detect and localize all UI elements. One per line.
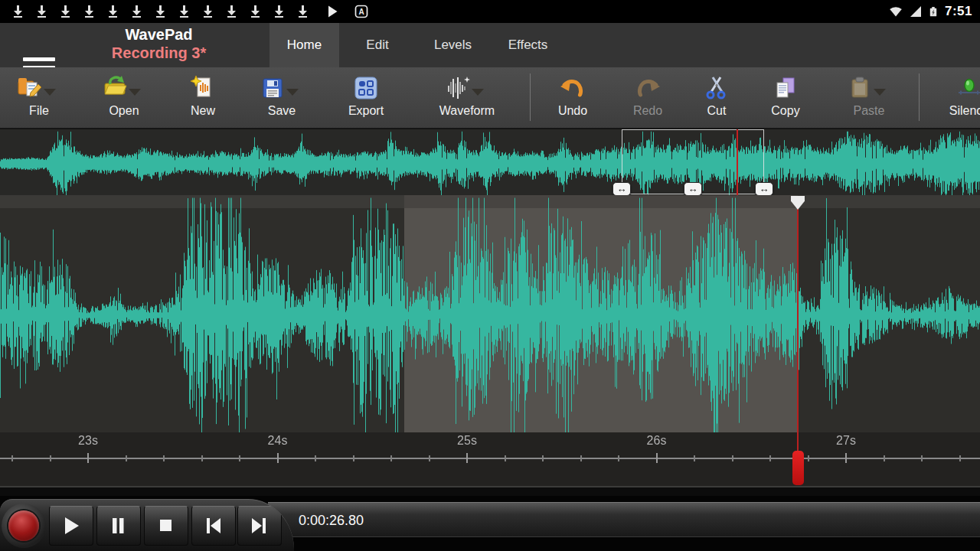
download-icon	[129, 5, 144, 19]
letter-a-icon: A	[354, 5, 368, 18]
copy-button[interactable]: Copy	[749, 67, 822, 129]
document-title: Recording 3*	[69, 44, 249, 62]
window-resize-handle-1[interactable]: ↔	[684, 182, 702, 196]
save-label: Save	[245, 104, 318, 118]
skip-end-button[interactable]	[237, 506, 282, 546]
download-icon	[201, 5, 215, 19]
window-resize-handle-0[interactable]: ↔	[612, 182, 631, 196]
save-icon-svg	[259, 74, 286, 102]
download-icon	[58, 5, 73, 19]
export-icon-svg	[352, 74, 380, 102]
system-status-icons: 7:51	[884, 4, 980, 19]
cut-button[interactable]: Cut	[680, 67, 753, 129]
file-label: File	[2, 104, 76, 118]
file-button[interactable]: File	[2, 67, 76, 129]
skip-back-icon	[201, 514, 227, 537]
redo-icon	[634, 74, 662, 102]
title-block: WavePad Recording 3*	[69, 25, 249, 62]
play-button[interactable]	[49, 506, 93, 546]
record-button[interactable]	[2, 504, 46, 548]
status-bar-clock: 7:51	[945, 4, 972, 19]
main-waveform-canvas[interactable]	[0, 195, 980, 432]
minor-tick	[732, 455, 733, 461]
dropdown-caret-icon[interactable]	[44, 89, 56, 96]
minor-tick	[959, 455, 961, 461]
tab-levels[interactable]: Levels	[416, 23, 490, 67]
minor-tick	[163, 455, 165, 461]
download-icon	[34, 5, 49, 19]
open-icon-svg	[101, 74, 129, 102]
tab-effects[interactable]: Effects	[490, 23, 566, 67]
save-button[interactable]: Save	[245, 67, 318, 129]
paste-label: Paste	[832, 104, 906, 118]
minor-tick	[239, 455, 240, 461]
toolbar-separator	[919, 73, 920, 121]
minor-tick	[390, 455, 392, 461]
overview-playhead	[737, 129, 738, 196]
minor-tick	[50, 455, 51, 461]
silence-icon-svg	[956, 74, 980, 102]
paste-button[interactable]: Paste	[832, 67, 906, 129]
waveform-icon	[444, 74, 472, 102]
minor-tick	[884, 455, 885, 461]
system-icons	[884, 4, 939, 19]
waveform-button[interactable]: Waveform	[430, 67, 504, 129]
minor-tick	[201, 455, 203, 461]
skip-back-button[interactable]	[191, 506, 236, 546]
tab-home[interactable]: Home	[270, 23, 339, 67]
copy-label: Copy	[749, 104, 822, 118]
window-resize-handle-2[interactable]: ↔	[755, 182, 773, 196]
timeline-bottom-gap	[0, 487, 980, 496]
download-icon	[224, 5, 239, 19]
download-icon	[58, 5, 73, 19]
copy-icon-svg	[772, 74, 799, 102]
download-icon	[248, 5, 263, 19]
transport-buttons	[0, 499, 294, 551]
stop-button[interactable]	[144, 506, 188, 546]
undo-button[interactable]: Undo	[536, 67, 609, 129]
major-tick	[656, 453, 658, 463]
dropdown-caret-icon[interactable]	[472, 89, 484, 96]
tab-edit[interactable]: Edit	[339, 23, 416, 67]
letter-a-icon: A	[354, 5, 368, 18]
toolbar-separator	[530, 73, 531, 121]
signal-icon	[908, 5, 923, 18]
download-icon	[177, 5, 191, 19]
notification-icons: A	[0, 5, 377, 19]
new-icon	[189, 74, 217, 102]
new-button[interactable]: New	[166, 67, 240, 129]
silence-button[interactable]: Silence	[933, 67, 980, 129]
dropdown-caret-icon[interactable]	[874, 89, 886, 96]
dropdown-caret-icon[interactable]	[286, 89, 299, 96]
copy-icon	[772, 74, 799, 102]
redo-label: Redo	[611, 104, 684, 118]
overview-waveform-canvas[interactable]	[0, 129, 980, 196]
playhead-line	[797, 207, 799, 432]
save-icon	[259, 74, 286, 102]
time-label-23s: 23s	[65, 434, 111, 448]
download-icon	[153, 5, 168, 19]
silence-label: Silence	[933, 104, 980, 118]
download-icon	[296, 5, 310, 19]
playback-time: 0:00:26.80	[299, 503, 364, 538]
playhead-ruler-handle[interactable]	[792, 451, 804, 485]
download-icon	[272, 5, 286, 19]
download-icon	[82, 5, 96, 19]
dropdown-caret-icon[interactable]	[129, 89, 141, 96]
pause-icon	[106, 514, 132, 537]
open-button[interactable]: Open	[87, 67, 161, 129]
minor-tick	[808, 455, 809, 461]
export-button[interactable]: Export	[329, 67, 403, 129]
main-waveform[interactable]	[0, 195, 980, 432]
wifi-icon	[888, 5, 903, 18]
pause-button[interactable]	[96, 506, 141, 546]
cut-icon-svg	[703, 74, 730, 102]
time-label-27s: 27s	[823, 434, 869, 448]
download-icon	[129, 5, 144, 19]
silence-icon	[956, 74, 980, 102]
undo-label: Undo	[536, 104, 609, 118]
download-icon	[272, 5, 286, 19]
playhead-line-ruler	[797, 432, 799, 452]
download-icon	[177, 5, 191, 19]
redo-button[interactable]: Redo	[611, 67, 684, 129]
